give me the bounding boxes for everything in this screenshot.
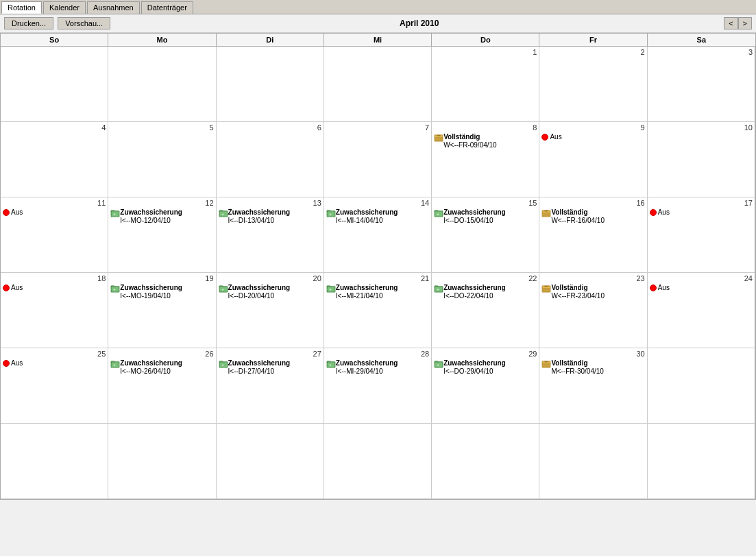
day-cell[interactable]: 3: [648, 47, 755, 122]
day-cell[interactable]: 11Aus: [1, 197, 108, 273]
day-cell[interactable]: [108, 47, 216, 122]
day-cell[interactable]: 13 + Zuwachssicherung I<--DI-13/04/10: [217, 197, 324, 273]
zuwachs-icon: +: [110, 359, 120, 369]
day-cell[interactable]: [217, 424, 324, 499]
day-cell[interactable]: [648, 348, 755, 424]
calendar-event[interactable]: + Zuwachssicherung I<--MO-12/04/10: [110, 208, 213, 225]
svg-text:+: +: [329, 287, 331, 291]
day-cell[interactable]: 8 Vollständig W<--FR-09/04/10: [432, 122, 539, 197]
day-cell[interactable]: [324, 47, 432, 122]
day-cell[interactable]: [108, 424, 216, 499]
zuwachs-icon: +: [219, 208, 228, 218]
tab-ausnahmen[interactable]: Ausnahmen: [87, 1, 140, 14]
event-line1: Zuwachssicherung: [120, 284, 182, 292]
calendar-event[interactable]: + Zuwachssicherung I<--MI-14/04/10: [326, 208, 429, 225]
tab-datentraeger[interactable]: Datenträger: [141, 1, 193, 14]
preview-button[interactable]: Vorschau...: [58, 17, 110, 29]
svg-rect-22: [545, 210, 548, 212]
day-cell[interactable]: 19 + Zuwachssicherung I<--MO-19/04/10: [108, 273, 216, 348]
day-cell[interactable]: 25Aus: [1, 348, 108, 424]
header-do: Do: [432, 34, 539, 46]
day-cell[interactable]: 2: [539, 47, 647, 122]
day-cell[interactable]: [1, 424, 108, 499]
day-cell[interactable]: [648, 424, 755, 499]
day-cell[interactable]: 4: [1, 122, 108, 197]
day-cell[interactable]: 26 + Zuwachssicherung I<--MO-26/04/10: [108, 348, 216, 424]
day-number: 13: [219, 199, 321, 207]
event-text: Zuwachssicherung I<--MO-19/04/10: [120, 284, 182, 300]
calendar-event[interactable]: + Zuwachssicherung I<--DI-13/04/10: [219, 208, 321, 225]
zuwachs-icon: +: [434, 284, 443, 293]
calendar-event[interactable]: Vollständig W<--FR-09/04/10: [434, 133, 537, 149]
calendar-event[interactable]: Vollständig W<--FR-23/04/10: [541, 284, 644, 300]
day-cell[interactable]: 16 Vollständig W<--FR-16/04/10: [539, 197, 647, 273]
aus-label: Aus: [11, 208, 23, 216]
event-text: Zuwachssicherung I<--MI-29/04/10: [336, 359, 398, 376]
event-line1: Zuwachssicherung: [120, 208, 182, 217]
day-cell[interactable]: 12 + Zuwachssicherung I<--MO-12/04/10: [108, 197, 216, 273]
svg-text:+: +: [221, 363, 223, 367]
header-mo: Mo: [108, 34, 216, 46]
day-cell[interactable]: [324, 424, 432, 499]
event-text: Zuwachssicherung I<--DI-27/04/10: [228, 359, 291, 376]
day-cell[interactable]: 15 + Zuwachssicherung I<--DO-15/04/10: [432, 197, 539, 273]
day-number: 7: [326, 123, 429, 132]
calendar-event[interactable]: + Zuwachssicherung I<--MO-26/04/10: [110, 359, 213, 376]
day-cell[interactable]: [539, 424, 647, 499]
day-cell[interactable]: 27 + Zuwachssicherung I<--DI-27/04/10: [217, 348, 324, 424]
day-number: 3: [650, 48, 753, 56]
event-line1: Zuwachssicherung: [443, 208, 506, 217]
day-cell[interactable]: 14 + Zuwachssicherung I<--MI-14/04/10: [324, 197, 432, 273]
calendar-event[interactable]: + Zuwachssicherung I<--DO-15/04/10: [434, 208, 537, 225]
day-cell[interactable]: 6: [217, 122, 324, 197]
event-line2: I<--DI-13/04/10: [228, 217, 291, 225]
zuwachs-icon: +: [110, 208, 120, 218]
svg-text:+: +: [437, 287, 439, 291]
calendar-event[interactable]: + Zuwachssicherung I<--MI-29/04/10: [326, 359, 429, 376]
calendar-event[interactable]: + Zuwachssicherung I<--MI-21/04/10: [326, 284, 429, 300]
calendar-event[interactable]: + Zuwachssicherung I<--MO-19/04/10: [110, 284, 213, 300]
day-cell[interactable]: 30 Vollständig M<--FR-30/04/10: [539, 348, 647, 424]
day-number: 24: [650, 274, 753, 282]
day-cell[interactable]: 28 + Zuwachssicherung I<--MI-29/04/10: [324, 348, 432, 424]
event-line2: W<--FR-23/04/10: [551, 292, 605, 300]
day-cell[interactable]: 17Aus: [648, 197, 755, 273]
day-cell[interactable]: [1, 47, 108, 122]
zuwachs-icon: +: [434, 359, 443, 369]
tab-kalender[interactable]: Kalender: [43, 1, 86, 14]
day-cell[interactable]: 9Aus: [539, 122, 647, 197]
calendar-event[interactable]: + Zuwachssicherung I<--DO-29/04/10: [434, 359, 537, 376]
day-cell[interactable]: [217, 47, 324, 122]
day-cell[interactable]: 21 + Zuwachssicherung I<--MI-21/04/10: [324, 273, 432, 348]
event-text: Zuwachssicherung I<--MO-26/04/10: [120, 359, 182, 376]
day-cell[interactable]: 24Aus: [648, 273, 755, 348]
day-cell[interactable]: 10: [648, 122, 755, 197]
calendar-event[interactable]: Vollständig W<--FR-16/04/10: [541, 208, 644, 225]
calendar-event[interactable]: + Zuwachssicherung I<--DI-20/04/10: [219, 284, 321, 300]
next-month-button[interactable]: >: [738, 17, 752, 29]
event-text: Zuwachssicherung I<--MI-21/04/10: [336, 284, 398, 300]
svg-text:+: +: [329, 212, 331, 216]
aus-label: Aus: [658, 208, 670, 216]
red-circle-icon: [3, 209, 10, 216]
prev-month-button[interactable]: <: [724, 17, 737, 29]
day-cell[interactable]: 18Aus: [1, 273, 108, 348]
aus-indicator: Aus: [541, 133, 644, 141]
event-line1: Zuwachssicherung: [120, 359, 182, 367]
print-button[interactable]: Drucken...: [4, 17, 53, 29]
day-cell[interactable]: 5: [108, 122, 216, 197]
day-cell[interactable]: [432, 424, 539, 499]
day-cell[interactable]: 22 + Zuwachssicherung I<--DO-22/04/10: [432, 273, 539, 348]
calendar-event[interactable]: + Zuwachssicherung I<--DI-27/04/10: [219, 359, 321, 376]
day-cell[interactable]: 7: [324, 122, 432, 197]
day-cell[interactable]: 29 + Zuwachssicherung I<--DO-29/04/10: [432, 348, 539, 424]
calendar-event[interactable]: + Zuwachssicherung I<--DO-22/04/10: [434, 284, 537, 300]
day-cell[interactable]: 20 + Zuwachssicherung I<--DI-20/04/10: [217, 273, 324, 348]
event-text: Zuwachssicherung I<--DO-15/04/10: [443, 208, 506, 225]
app-container: Rotation Kalender Ausnahmen Datenträger …: [0, 0, 756, 500]
tab-rotation[interactable]: Rotation: [1, 1, 42, 14]
day-cell[interactable]: 23 Vollständig W<--FR-23/04/10: [539, 273, 647, 348]
event-line2: I<--MI-14/04/10: [336, 217, 398, 225]
day-cell[interactable]: 1: [432, 47, 539, 122]
calendar-event[interactable]: Vollständig M<--FR-30/04/10: [541, 359, 644, 376]
